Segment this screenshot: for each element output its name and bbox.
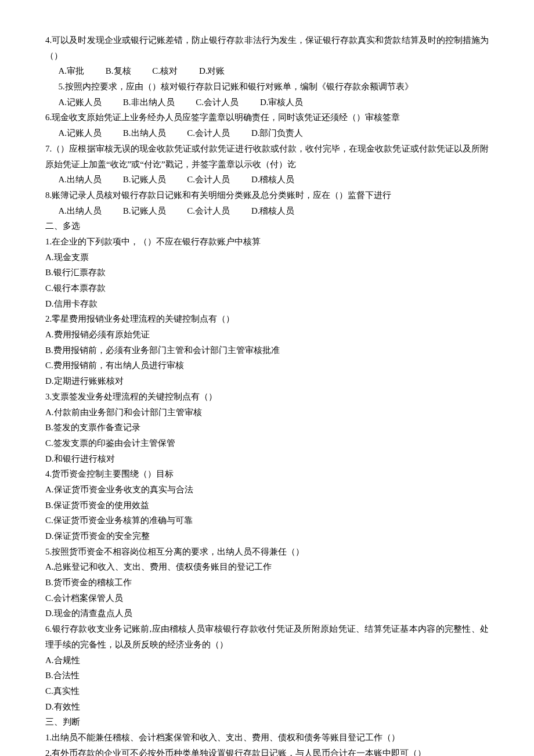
q6-opt-d: D.部门负责人 xyxy=(251,125,304,141)
m5-opt-a: A.总账登记和收入、支出、费用、债权债务账目的登记工作 xyxy=(45,559,489,575)
m6-opt-d: D.有效性 xyxy=(45,699,489,715)
m5-opt-d: D.现金的清查盘点人员 xyxy=(45,606,489,621)
q7-text: 7.（）应根据审核无误的现金收款凭证或付款凭证进行收款或付款，收付完毕，在现金收… xyxy=(45,141,489,172)
q8-opt-d: D.稽核人员 xyxy=(251,203,295,219)
m3-opt-a: A.付款前由业务部门和会计部门主管审核 xyxy=(45,405,489,420)
q6-opt-a: A.记账人员 xyxy=(59,125,102,141)
q5-opt-a: A.记账人员 xyxy=(59,95,102,110)
m2-opt-b: B.费用报销前，必须有业务部门主管和会计部门主管审核批准 xyxy=(45,343,489,358)
q4-opt-d: D.对账 xyxy=(199,63,225,79)
q7-opt-b: B.记账人员 xyxy=(123,172,166,188)
m4-opt-a: A.保证货币资金业务收支的真实与合法 xyxy=(45,482,489,498)
m1-opt-a: A.现金支票 xyxy=(45,250,489,265)
m2-text: 2.零星费用报销业务处理流程的关键控制点有（） xyxy=(45,311,489,327)
m6-opt-b: B.合法性 xyxy=(45,668,489,683)
m3-opt-c: C.签发支票的印鉴由会计主管保管 xyxy=(45,435,489,451)
q6-text: 6.现金收支原始凭证上业务经办人员应签字盖章以明确责任，同时该凭证还须经（）审核… xyxy=(45,110,489,125)
m6-opt-a: A.合规性 xyxy=(45,653,489,668)
q5-opt-d: D.审核人员 xyxy=(260,95,304,110)
m3-text: 3.支票签发业务处理流程的关键控制点有（） xyxy=(45,389,489,405)
q5-text: 5.按照内控要求，应由（）核对银行存款日记账和银行对账单，编制《银行存款余额调节… xyxy=(45,79,489,95)
q6-opt-b: B.出纳人员 xyxy=(123,125,166,141)
section-multi-heading: 二、多选 xyxy=(45,218,489,234)
m4-text: 4.货币资金控制主要围绕（）目标 xyxy=(45,466,489,482)
m6-text: 6.银行存款收支业务记账前,应由稽核人员审核银行存款收付凭证及所附原始凭证、结算… xyxy=(45,621,489,652)
q7-opt-a: A.出纳人员 xyxy=(59,172,102,188)
m1-opt-c: C.银行本票存款 xyxy=(45,280,489,296)
m5-opt-c: C.会计档案保管人员 xyxy=(45,591,489,606)
m4-opt-c: C.保证货币资金业务核算的准确与可靠 xyxy=(45,513,489,528)
m5-text: 5.按照货币资金不相容岗位相互分离的要求，出纳人员不得兼任（） xyxy=(45,544,489,560)
q8-text: 8.账簿记录人员核对银行存款日记账和有关明细分类账及总分类账时，应在（）监督下进… xyxy=(45,188,489,203)
q6-options: A.记账人员 B.出纳人员 C.会计人员 D.部门负责人 xyxy=(45,125,489,141)
m4-opt-b: B.保证货币资金的使用效益 xyxy=(45,498,489,513)
q4-options: A.审批 B.复核 C.核对 D.对账 xyxy=(45,63,489,79)
m1-text: 1.在企业的下列款项中，（）不应在银行存款账户中核算 xyxy=(45,234,489,250)
q5-options: A.记账人员 B.非出纳人员 C.会计人员 D.审核人员 xyxy=(45,95,489,110)
q8-opt-a: A.出纳人员 xyxy=(59,203,102,219)
q5-opt-b: B.非出纳人员 xyxy=(123,95,175,110)
q6-opt-c: C.会计人员 xyxy=(187,125,230,141)
m3-opt-d: D.和银行进行核对 xyxy=(45,451,489,467)
q8-options: A.出纳人员 B.记账人员 C.会计人员 D.稽核人员 xyxy=(45,203,489,219)
m1-opt-b: B.银行汇票存款 xyxy=(45,265,489,280)
m2-opt-c: C.费用报销前，有出纳人员进行审核 xyxy=(45,358,489,373)
q7-options: A.出纳人员 B.记账人员 C.会计人员 D.稽核人员 xyxy=(45,172,489,188)
j1-text: 1.出纳员不能兼任稽核、会计档案保管和收入、支出、费用、债权和债务等账目登记工作… xyxy=(45,730,489,746)
m2-opt-a: A.费用报销必须有原始凭证 xyxy=(45,327,489,343)
m6-opt-c: C.真实性 xyxy=(45,683,489,699)
j2-text: 2.有外币存款的企业可不必按外币种类单独设置银行存款日记账，与人民币合计在一本账… xyxy=(45,746,489,756)
q4-opt-a: A.审批 xyxy=(59,63,85,79)
q8-opt-b: B.记账人员 xyxy=(123,203,166,219)
q4-opt-b: B.复核 xyxy=(106,63,131,79)
section-judge-heading: 三、判断 xyxy=(45,714,489,730)
m5-opt-b: B.货币资金的稽核工作 xyxy=(45,575,489,591)
q8-opt-c: C.会计人员 xyxy=(187,203,230,219)
q7-opt-d: D.稽核人员 xyxy=(251,172,295,188)
q5-opt-c: C.会计人员 xyxy=(196,95,239,110)
m4-opt-d: D.保证货币资金的安全完整 xyxy=(45,528,489,544)
m1-opt-d: D.信用卡存款 xyxy=(45,296,489,312)
q4-opt-c: C.核对 xyxy=(152,63,178,79)
q7-opt-c: C.会计人员 xyxy=(187,172,230,188)
m3-opt-b: B.签发的支票作备查记录 xyxy=(45,420,489,435)
q4-text: 4.可以及时发现企业或银行记账差错，防止银行存款非法行为发生，保证银行存款真实和… xyxy=(45,33,489,63)
m2-opt-d: D.定期进行账账核对 xyxy=(45,373,489,389)
